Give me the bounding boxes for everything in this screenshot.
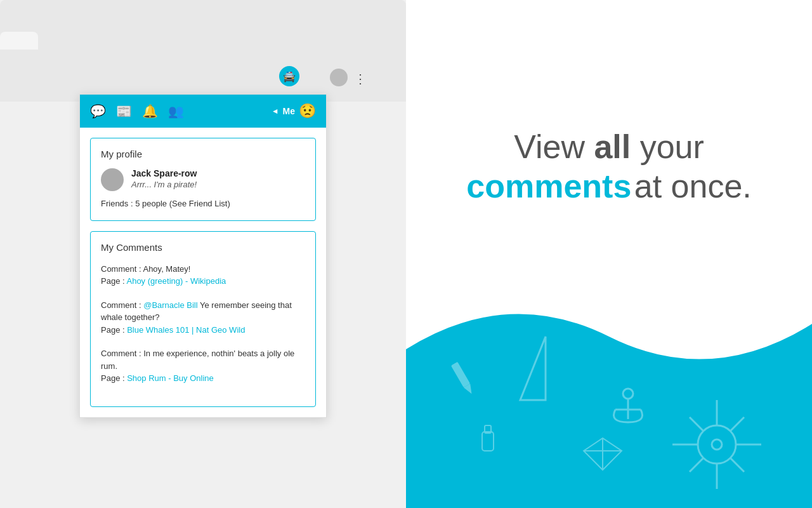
wave-svg bbox=[406, 286, 812, 508]
promo-at-once: at once. bbox=[634, 168, 752, 204]
comment-prefix-1: Comment : bbox=[101, 264, 143, 274]
news-icon[interactable]: 📰 bbox=[116, 104, 132, 119]
friends-icon[interactable]: 👥 bbox=[168, 104, 184, 119]
comments-card: My Comments Comment : Ahoy, Matey! Page … bbox=[90, 231, 316, 407]
popup-panel: 💬 📰 🔔 👥 ◄ Me 😟 My profile Jack Spare-row… bbox=[79, 94, 327, 418]
promo-area: View all your comments at once. bbox=[406, 0, 812, 508]
profile-row: Jack Spare-row Arrr... I'm a pirate! bbox=[101, 168, 305, 191]
promo-view: View bbox=[514, 128, 594, 165]
comment-block-2: Comment : @Barnacle Bill Ye remember see… bbox=[101, 299, 305, 337]
profile-name: Jack Spare-row bbox=[131, 168, 197, 178]
comment-prefix-2: Comment : bbox=[101, 300, 143, 310]
comment-page-2: Page : Blue Whales 101 | Nat Geo Wild bbox=[101, 324, 305, 337]
promo-text-container: View all your comments at once. bbox=[450, 127, 768, 206]
user-icon[interactable] bbox=[330, 69, 348, 86]
page-link-2[interactable]: Blue Whales 101 | Nat Geo Wild bbox=[127, 325, 245, 335]
pirate-emoji: 🚔 bbox=[283, 70, 296, 83]
profile-friends: Friends : 5 people (See Friend List) bbox=[101, 197, 305, 210]
promo-comments: comments bbox=[466, 168, 631, 204]
promo-your: your bbox=[640, 128, 704, 165]
promo-line2-container: comments at once. bbox=[450, 166, 768, 206]
wave-container bbox=[406, 286, 812, 508]
speaker-icon: ◄ bbox=[272, 107, 279, 116]
me-section[interactable]: ◄ Me 😟 bbox=[272, 103, 316, 119]
avatar bbox=[101, 168, 124, 191]
profile-title: My profile bbox=[101, 149, 305, 159]
me-label: Me bbox=[283, 106, 295, 116]
chat-icon[interactable]: 💬 bbox=[90, 104, 106, 119]
browser-chrome bbox=[0, 0, 406, 102]
promo-line1: View all your bbox=[450, 127, 768, 166]
comment-page-3: Page : Shop Rum - Buy Online bbox=[101, 372, 305, 385]
popup-toolbar: 💬 📰 🔔 👥 ◄ Me 😟 bbox=[80, 95, 326, 128]
page-prefix-3: Page : bbox=[101, 373, 127, 383]
extension-icon[interactable]: 🚔 bbox=[279, 66, 299, 86]
me-emoji: 😟 bbox=[299, 103, 316, 119]
page-prefix-1: Page : bbox=[101, 276, 126, 286]
comment-prefix-3: Comment : bbox=[101, 349, 143, 358]
page-link-3[interactable]: Shop Rum - Buy Online bbox=[127, 373, 214, 383]
profile-card: My profile Jack Spare-row Arrr... I'm a … bbox=[90, 138, 316, 221]
promo-all: all bbox=[594, 128, 631, 165]
comment-block-1: Comment : Ahoy, Matey! Page : Ahoy (gree… bbox=[101, 263, 305, 288]
comment-text-1: Comment : Ahoy, Matey! bbox=[101, 263, 305, 276]
page-prefix-2: Page : bbox=[101, 325, 127, 335]
bell-icon[interactable]: 🔔 bbox=[142, 104, 158, 119]
profile-bio: Arrr... I'm a pirate! bbox=[131, 180, 197, 189]
profile-info: Jack Spare-row Arrr... I'm a pirate! bbox=[131, 168, 197, 189]
comment-text-2: Comment : @Barnacle Bill Ye remember see… bbox=[101, 299, 305, 324]
browser-tab bbox=[0, 32, 38, 50]
mention-link[interactable]: @Barnacle Bill bbox=[143, 300, 197, 310]
comment-text-3: Comment : In me experience, nothin' beat… bbox=[101, 347, 305, 372]
comment-content-1: Ahoy, Matey! bbox=[143, 264, 190, 274]
comment-page-1: Page : Ahoy (greeting) - Wikipedia bbox=[101, 275, 305, 288]
popup-content[interactable]: My profile Jack Spare-row Arrr... I'm a … bbox=[80, 128, 326, 417]
comments-title: My Comments bbox=[101, 242, 305, 253]
browser-menu-icon[interactable]: ⋮ bbox=[354, 71, 365, 86]
comment-block-3: Comment : In me experience, nothin' beat… bbox=[101, 347, 305, 385]
page-link-1[interactable]: Ahoy (greeting) - Wikipedia bbox=[126, 276, 226, 286]
